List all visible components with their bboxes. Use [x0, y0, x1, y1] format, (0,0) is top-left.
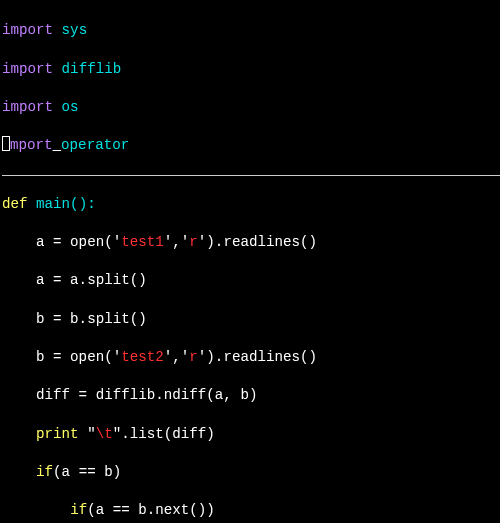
code-line: import os — [2, 98, 500, 117]
quote: ' — [113, 234, 122, 250]
keyword-import-partial: mport — [10, 137, 53, 153]
code-line: mport operator — [2, 136, 500, 155]
cursor-icon — [2, 136, 10, 151]
keyword-if: if — [36, 464, 53, 480]
keyword-import: import — [2, 61, 53, 77]
code-editor[interactable]: import sys import difflib import os mpor… — [0, 0, 500, 523]
string-literal: r — [189, 349, 198, 365]
underscore — [53, 137, 62, 153]
string-literal: test1 — [121, 234, 164, 250]
module-difflib: difflib — [62, 61, 122, 77]
code-line: if(a == b) — [2, 463, 500, 482]
code-line: import difflib — [2, 60, 500, 79]
module-os: os — [62, 99, 79, 115]
keyword-def: def — [2, 196, 28, 212]
code-line: import sys — [2, 21, 500, 40]
module-sys: sys — [62, 22, 88, 38]
string-literal: r — [189, 234, 198, 250]
quote: " — [87, 426, 96, 442]
code-line: b = b.split() — [2, 310, 500, 329]
string-literal: test2 — [121, 349, 164, 365]
quote: ' — [113, 349, 122, 365]
keyword-import: import — [2, 99, 53, 115]
code-line: a = a.split() — [2, 271, 500, 290]
separator — [2, 175, 500, 176]
code-line: def main(): — [2, 195, 500, 214]
module-operator: operator — [61, 137, 129, 153]
code-line: b = open('test2','r').readlines() — [2, 348, 500, 367]
quote: " — [113, 426, 122, 442]
code-line: if(a == b.next()) — [2, 501, 500, 520]
keyword-if: if — [70, 502, 87, 518]
string-literal: \t — [96, 426, 113, 442]
keyword-import: import — [2, 22, 53, 38]
code-line: print "\t".list(diff) — [2, 425, 500, 444]
code-line: diff = difflib.ndiff(a, b) — [2, 386, 500, 405]
keyword-print: print — [36, 426, 79, 442]
func-name: main(): — [36, 196, 96, 212]
code-line: a = open('test1','r').readlines() — [2, 233, 500, 252]
